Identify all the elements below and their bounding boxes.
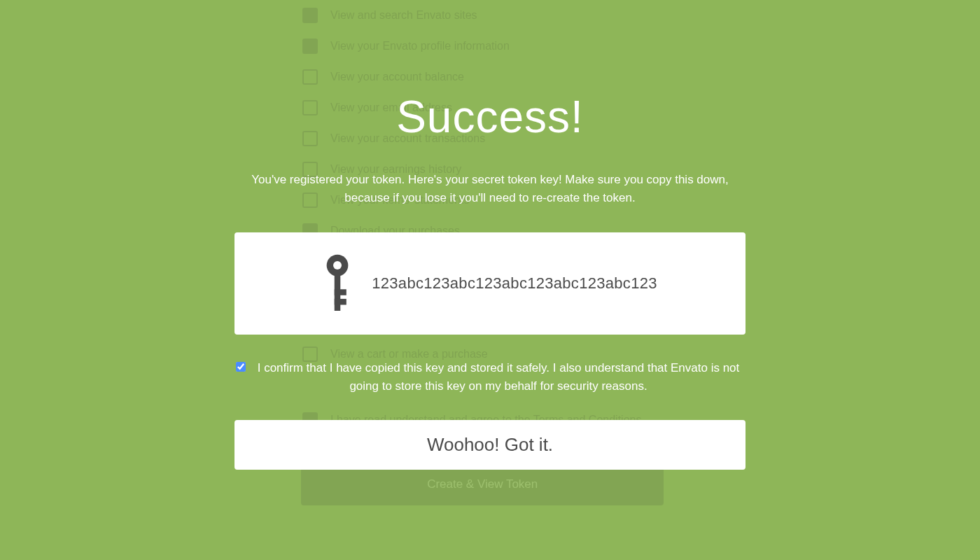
modal-description: You've registered your token. Here's you… xyxy=(234,171,746,208)
success-modal: Success! You've registered your token. H… xyxy=(234,0,746,498)
key-icon xyxy=(323,253,352,314)
token-value: 123abc123abc123abc123abc123abc123 xyxy=(372,274,657,293)
token-display-box: 123abc123abc123abc123abc123abc123 xyxy=(234,232,746,335)
confirm-checkbox[interactable] xyxy=(236,362,246,372)
svg-rect-3 xyxy=(335,289,346,295)
svg-rect-4 xyxy=(335,299,346,305)
svg-point-1 xyxy=(333,261,342,270)
confirm-row: I confirm that I have copied this key an… xyxy=(234,359,746,396)
modal-title: Success! xyxy=(234,91,746,143)
got-it-button[interactable]: Woohoo! Got it. xyxy=(234,420,746,470)
confirm-label: I confirm that I have copied this key an… xyxy=(253,359,744,396)
